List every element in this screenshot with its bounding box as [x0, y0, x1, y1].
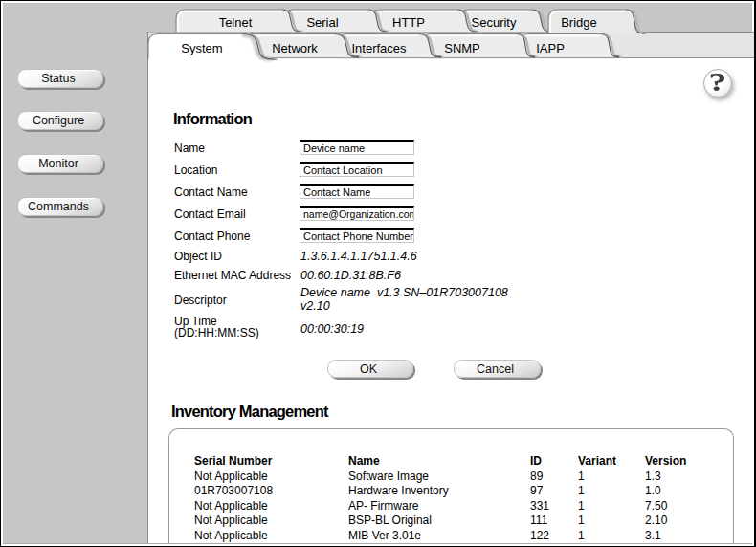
svg-text:SNMP: SNMP [444, 41, 480, 55]
svg-text:Telnet: Telnet [219, 15, 253, 30]
svg-text:Serial: Serial [306, 15, 338, 30]
svg-text:Network: Network [272, 41, 318, 55]
svg-text:HTTP: HTTP [392, 15, 425, 30]
svg-text:System: System [181, 41, 222, 55]
svg-text:IAPP: IAPP [536, 41, 565, 55]
svg-text:Interfaces: Interfaces [351, 41, 407, 55]
svg-text:Bridge: Bridge [561, 15, 597, 30]
svg-text:Security: Security [472, 15, 517, 30]
